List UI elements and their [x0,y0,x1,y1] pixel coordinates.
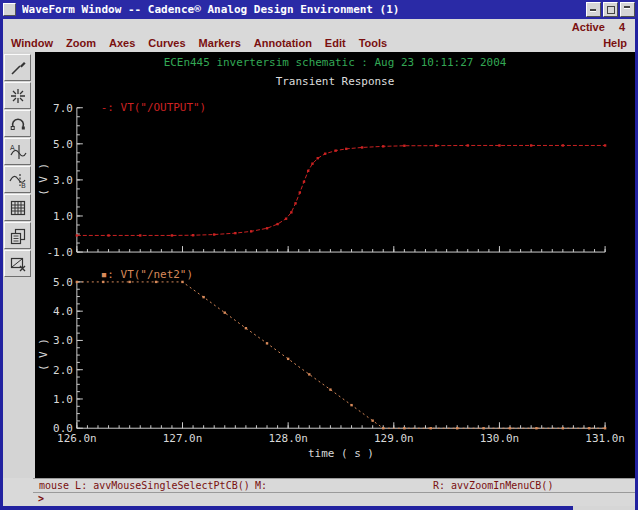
copy-graph-button[interactable] [4,222,31,249]
data-point-marker [482,427,484,429]
menu-help[interactable]: Help [603,37,627,49]
data-point-marker [155,281,157,283]
data-point-marker [562,427,564,429]
command-prompt[interactable]: > [33,492,635,506]
y-tick-label: 1.0 [53,210,73,223]
legend-output[interactable]: -: VT("/OUTPUT") [101,101,206,114]
menubar: Window Zoom Axes Curves Markers Annotati… [3,34,635,52]
y-tick-label: 2.0 [53,364,73,377]
mouse-right-binding: R: avvZoomInMenuCB() [433,480,553,491]
maximize-button[interactable] [603,2,618,17]
data-point-marker [276,223,278,225]
x-tick-label: 129.0n [374,432,414,445]
data-point-marker [181,281,183,283]
menu-annotation[interactable]: Annotation [254,37,312,49]
minimize-icon [590,9,596,11]
data-point-marker [467,144,469,146]
menu-curves[interactable]: Curves [148,37,185,49]
menu-tools[interactable]: Tools [359,37,388,49]
x-axis-label: time ( s ) [308,447,374,460]
x-tick-label: 131.0n [585,432,625,445]
data-point-marker [324,153,326,155]
slice-graph-button[interactable] [4,250,31,277]
data-point-marker [350,404,352,406]
data-point-marker [299,191,301,193]
plot-area[interactable]: ECEn445 invertersim schematic : Aug 23 1… [35,52,635,478]
data-point-marker [102,281,104,283]
x-tick-label: 128.0n [268,432,308,445]
data-point-marker [562,144,564,146]
plot-title: Transient Response [276,75,395,88]
titlebar[interactable]: WaveForm Window -- Cadence® Analog Desig… [0,0,638,19]
zoom-fit-button[interactable] [4,82,31,109]
mouse-left-binding: mouse L: avvMouseSingleSelectPtCB() [39,480,250,491]
active-label: Active [572,21,605,33]
data-point-marker [498,144,500,146]
data-point-marker [76,234,78,236]
data-point-marker [361,146,363,148]
annotate-pen-icon [8,58,28,78]
mouse-middle-binding: M: [255,480,267,491]
data-point-marker [317,157,319,159]
window-controls [586,2,635,17]
data-point-marker [535,427,537,429]
data-point-marker [294,202,296,204]
y-tick-label: 3.0 [53,174,73,187]
data-point-marker [308,373,310,375]
x-tick-label: 126.0n [57,432,97,445]
y-tick-label: 7.0 [53,102,73,115]
trace-bottom[interactable] [77,282,605,428]
window-menu-button[interactable] [3,3,16,16]
menu-window[interactable]: Window [11,37,53,49]
data-point-marker [456,427,458,429]
menu-zoom[interactable]: Zoom [66,37,96,49]
menu-edit[interactable]: Edit [325,37,346,49]
data-point-marker [604,144,606,146]
close-button[interactable] [620,2,635,17]
maximize-icon [607,6,615,14]
y-axis-label-top: ( V ) [37,163,50,196]
resize-handle[interactable] [573,506,635,510]
data-point-marker [245,327,247,329]
vertical-marker-button[interactable]: A [4,138,31,165]
data-point-marker [345,148,347,150]
y-tick-label: -1.0 [47,246,73,259]
calculator-button[interactable] [4,194,31,221]
menu-markers[interactable]: Markers [199,37,241,49]
waveform-canvas: ECEn445 invertersim schematic : Aug 23 1… [35,52,635,478]
data-point-marker [307,170,309,172]
main-area: A B [3,52,635,478]
annotate-pen-button[interactable] [4,54,31,81]
data-point-marker [287,358,289,360]
data-point-marker [371,419,373,421]
legend-net2[interactable]: ▪: VT("/net2") [101,268,193,281]
y-tick-label: 5.0 [53,138,73,151]
y-axis-label-bottom: ( V ) [37,338,50,371]
data-point-marker [76,281,78,283]
x-tick-label: 127.0n [163,432,203,445]
window-resize-border[interactable] [0,506,638,510]
plot-bottom: 5.04.03.02.01.00.0126.0n127.0n128.0n129.… [53,276,625,445]
copy-graph-icon [8,226,28,246]
prompt-symbol: > [38,493,44,504]
horizontal-marker-button[interactable]: B [4,166,31,193]
x-tick-label: 130.0n [480,432,520,445]
undo-button[interactable] [4,110,31,137]
minimize-button[interactable] [586,2,601,17]
window-frame: Active 4 Window Zoom Axes Curves Markers… [3,19,635,506]
data-point-marker [171,234,173,236]
data-point-marker [329,388,331,390]
data-point-marker [588,427,590,429]
toolbar: A B [3,52,35,478]
menu-axes[interactable]: Axes [109,37,135,49]
data-point-marker [266,342,268,344]
data-point-marker [303,180,305,182]
data-point-marker [139,234,141,236]
svg-text:B: B [21,182,26,190]
data-point-marker [234,232,236,234]
y-tick-label: 3.0 [53,334,73,347]
trace-top[interactable] [77,145,605,235]
data-point-marker [403,145,405,147]
undo-icon [8,114,28,134]
data-point-marker [192,234,194,236]
